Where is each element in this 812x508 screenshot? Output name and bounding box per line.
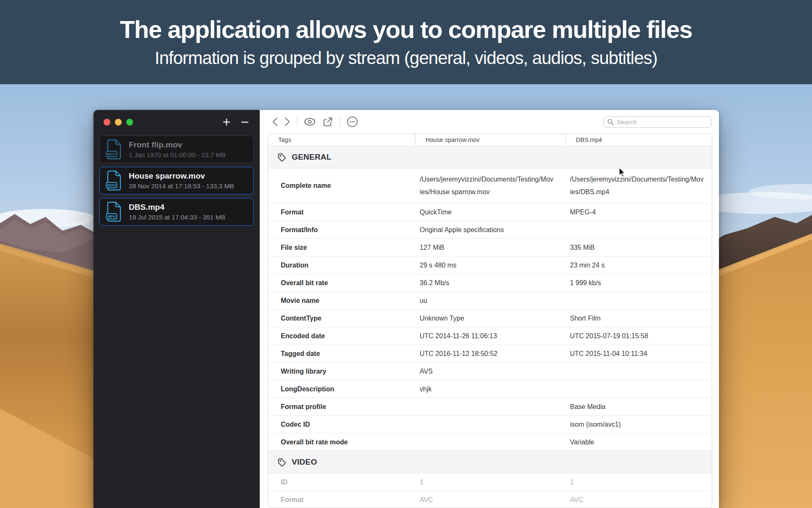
mp4-file-icon: MP4 (106, 201, 122, 222)
svg-text:MP4: MP4 (108, 214, 116, 219)
row-value-file1: Original Apple specifications (415, 226, 565, 234)
table-row[interactable]: Overall bit rate mode Variable (268, 433, 712, 451)
table-row[interactable]: Complete name /Users/jeremyvizzini/Docum… (268, 168, 712, 203)
row-value-file2: Base Media (565, 403, 712, 411)
file-list: MOV Front flip.mov 1 Jan 1970 at 01:00:0… (93, 134, 260, 229)
row-value-file1: Unknown Type (415, 315, 565, 322)
row-value-file2: 1 (565, 479, 712, 486)
table-row[interactable]: ID 1 1 (268, 473, 712, 491)
zoom-window-button[interactable] (126, 119, 133, 126)
ellipsis-circle-icon (347, 116, 358, 127)
row-label: Overall bit rate mode (268, 438, 415, 446)
file-item-text: House sparrow.mov 28 Nov 2014 at 17:18:5… (129, 171, 234, 190)
row-value-file2: AVC (565, 496, 712, 504)
search-icon (607, 119, 614, 125)
table-row[interactable]: Duration 29 s 480 ms 23 min 24 s (268, 256, 712, 274)
banner-subtitle: Information is grouped by stream (genera… (155, 48, 658, 68)
table-row[interactable]: Overall bit rate 36.2 Mb/s 1 999 kb/s (268, 274, 712, 291)
file-list-item-dbs[interactable]: MP4 DBS.mp4 19 Jul 2015 at 17:04:33 - 35… (99, 198, 254, 226)
row-label: Codec ID (268, 421, 415, 428)
row-label: Movie name (268, 297, 415, 305)
chevron-left-icon (273, 118, 277, 126)
row-value-file1: 1 (415, 479, 565, 486)
search-field[interactable] (604, 116, 711, 128)
mov-file-icon: MOV (106, 139, 122, 160)
table-row[interactable]: Format QuickTime MPEG-4 (268, 203, 712, 221)
column-header-tags[interactable]: Tags (268, 134, 415, 146)
screenshot-root: The application allows you to compare mu… (0, 0, 812, 508)
table-row[interactable]: Encoded date UTC 2014-11-26 11:06:13 UTC… (268, 327, 712, 345)
table-row[interactable]: File size 127 MiB 335 MiB (268, 238, 712, 256)
file-details: 28 Nov 2014 at 17:18:53 - 133,3 MB (129, 182, 234, 190)
file-name: House sparrow.mov (129, 171, 234, 181)
file-list-item-house-sparrow[interactable]: MOV House sparrow.mov 28 Nov 2014 at 17:… (99, 167, 254, 195)
section-header-general: GENERAL (268, 146, 712, 168)
row-label: Overall bit rate (268, 279, 415, 287)
section-title: VIDEO (292, 457, 317, 467)
svg-text:MOV: MOV (107, 152, 116, 156)
row-value-file2: 1 999 kb/s (565, 279, 712, 287)
content-toolbar (260, 110, 719, 134)
close-window-button[interactable] (104, 119, 110, 126)
file-sidebar: + − MOV Front flip.mov 1 Jan 1970 at 01:… (93, 110, 260, 508)
row-value-file1: UTC 2014-11-26 11:06:13 (415, 332, 565, 340)
row-value-file1: AVS (415, 368, 565, 375)
comparison-table: Tags House sparrow.mov DBS.mp4 GENERAL C… (268, 134, 712, 508)
file-item-text: Front flip.mov 1 Jan 1970 at 01:00:00 - … (129, 140, 226, 159)
file-details: 19 Jul 2015 at 17:04:33 - 351 MB (129, 214, 225, 221)
row-value-file2: 23 min 24 s (565, 262, 712, 269)
row-label: File size (268, 244, 415, 251)
row-value-file1: UTC 2016-11-12 18:50:52 (415, 350, 565, 358)
file-list-item-front-flip[interactable]: MOV Front flip.mov 1 Jan 1970 at 01:00:0… (99, 136, 254, 163)
row-value-file1: QuickTime (415, 209, 565, 216)
table-row[interactable]: Format AVC AVC (268, 491, 712, 508)
remove-file-button[interactable]: − (241, 115, 249, 129)
more-options-button[interactable] (347, 116, 358, 127)
column-header-file2[interactable]: DBS.mp4 (565, 134, 712, 146)
toolbar-separator (297, 117, 297, 126)
preview-button[interactable] (304, 118, 316, 126)
file-name: Front flip.mov (129, 140, 226, 150)
row-label: ContentType (268, 315, 415, 322)
table-row[interactable]: ContentType Unknown Type Short Film (268, 309, 712, 327)
row-value-file1: vhjk (415, 385, 565, 393)
add-file-button[interactable]: + (222, 115, 230, 129)
table-row[interactable]: Movie name uu (268, 291, 712, 309)
minimize-window-button[interactable] (115, 119, 122, 126)
banner-title: The application allows you to compare mu… (120, 17, 692, 43)
row-value-file2: MPEG-4 (565, 209, 712, 216)
row-value-file2: UTC 2015-11-04 10:11:34 (565, 350, 712, 358)
forward-button[interactable] (285, 117, 290, 126)
table-row[interactable]: Format/Info Original Apple specification… (268, 221, 712, 238)
traffic-lights (104, 119, 133, 126)
row-value-file1: AVC (415, 496, 565, 504)
row-value-file1: /Users/jeremyvizzini/Documents/Testing/M… (415, 173, 554, 198)
eye-icon (304, 118, 316, 126)
sidebar-titlebar: + − (93, 110, 260, 134)
column-header-file1[interactable]: House sparrow.mov (415, 134, 565, 146)
row-value-file2: Short Film (565, 315, 712, 322)
section-header-video: VIDEO (268, 451, 712, 473)
row-value-file1: 127 MiB (415, 244, 565, 251)
file-details: 1 Jan 1970 at 01:00:00 - 22,7 MB (129, 151, 226, 159)
table-row[interactable]: Format profile Base Media (268, 398, 712, 415)
table-row[interactable]: Writing library AVS (268, 362, 712, 380)
table-row[interactable]: Codec ID isom (isom/avc1) (268, 415, 712, 433)
row-label: Complete name (268, 182, 415, 190)
back-button[interactable] (272, 117, 278, 126)
row-label: Writing library (268, 368, 415, 375)
table-header-row: Tags House sparrow.mov DBS.mp4 (268, 134, 712, 146)
search-input[interactable] (616, 118, 708, 126)
row-label: Format (268, 209, 415, 216)
app-window: + − MOV Front flip.mov 1 Jan 1970 at 01:… (93, 110, 719, 508)
table-row[interactable]: Tagged date UTC 2016-11-12 18:50:52 UTC … (268, 345, 712, 362)
row-value-file1: uu (415, 297, 565, 305)
share-icon (322, 117, 333, 127)
share-button[interactable] (322, 117, 333, 127)
row-label: LongDescription (268, 385, 415, 393)
row-value-file2: UTC 2015-07-19 01:15:58 (565, 332, 712, 340)
row-label: Format profile (268, 403, 415, 411)
row-label: ID (268, 479, 415, 486)
row-value-file2: Variable (565, 438, 712, 446)
table-row[interactable]: LongDescription vhjk (268, 380, 712, 398)
